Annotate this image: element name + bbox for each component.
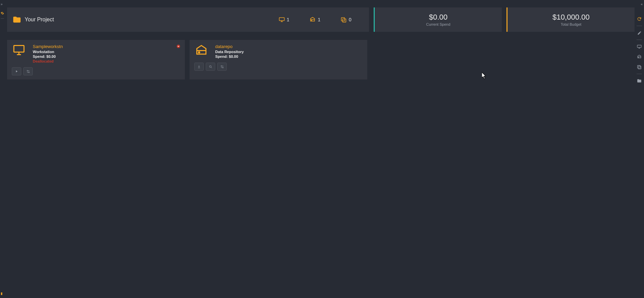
resource-cards: Sampleworkstn Workstation Spend: $0.00 D… [7,40,635,79]
expand-right-rail[interactable]: « [641,3,643,6]
workstation-settings-button[interactable] [23,67,33,75]
datarepo-card-body: datarepo Data Repository Spend: $0.00 [194,44,363,59]
project-title-panel: Your Project 1 1 0 [7,7,369,32]
datarepo-meta: datarepo Data Repository Spend: $0.00 [215,44,244,59]
storage-count: 1 [309,17,320,23]
workstation-type: Workstation [33,50,63,54]
datarepo-settings-button[interactable] [217,63,227,71]
svg-rect-6 [341,18,345,21]
datarepo-actions [194,63,363,71]
start-button[interactable] [12,67,21,75]
datarepo-card[interactable]: datarepo Data Repository Spend: $0.00 [190,40,367,79]
right-tool-rail: « [635,0,644,298]
svg-rect-2 [638,65,640,68]
download-button[interactable] [194,63,204,71]
project-title-text: Your Project [25,17,54,23]
svg-rect-0 [637,45,641,47]
add-server-button[interactable] [636,64,643,70]
svg-point-11 [198,52,200,53]
left-rail-separator [1,18,4,19]
project-title: Your Project [13,15,54,24]
server-count-value: 0 [349,17,351,22]
svg-point-10 [28,72,29,73]
svg-point-5 [312,20,312,21]
right-rail-sep-1 [637,26,642,26]
refresh-button[interactable] [636,16,643,22]
svg-point-12 [209,65,211,67]
browse-button[interactable] [206,63,215,71]
datarepo-type: Data Repository [215,50,244,54]
total-budget-label: Total Budget [561,22,581,26]
right-rail-sep-2 [637,40,642,40]
total-budget-panel: $10,000.00 Total Budget [506,7,635,32]
svg-point-1 [638,57,639,58]
datarepo-spend: Spend: $0.00 [215,54,244,59]
left-nav-collapsed: » ▮ [0,0,5,298]
svg-rect-7 [343,19,346,22]
add-storage-button[interactable] [636,53,643,60]
expand-left-nav[interactable]: » [1,3,3,6]
workstation-actions [12,67,180,75]
current-spend-panel: $0.00 Current Spend [374,7,502,32]
workstation-meta: Sampleworkstn Workstation Spend: $0.00 D… [33,44,63,63]
storage-count-value: 1 [318,17,320,22]
project-header: Your Project 1 1 0 $0.00 Cur [7,7,635,32]
workstation-status: Deallocated [33,59,63,63]
app-root: { "project": { "title": "Your Project", … [0,0,644,298]
deallocated-status-icon [177,45,180,48]
workstation-name[interactable]: Sampleworkstn [33,44,63,49]
workstation-card[interactable]: Sampleworkstn Workstation Spend: $0.00 D… [7,40,185,79]
datarepo-name[interactable]: datarepo [215,44,244,49]
svg-point-9 [27,70,28,71]
current-spend-value: $0.00 [429,13,447,22]
svg-rect-8 [14,46,24,52]
workstation-card-body: Sampleworkstn Workstation Spend: $0.00 D… [12,44,180,63]
svg-rect-3 [638,66,641,69]
svg-point-14 [222,67,223,68]
add-workstation-button[interactable] [636,43,643,50]
svg-rect-4 [279,18,284,21]
main-content: Your Project 1 1 0 $0.00 Cur [7,7,635,298]
folder-icon [13,15,21,24]
storage-icon [194,44,208,58]
settings-icon[interactable] [1,12,4,15]
svg-point-13 [221,65,222,66]
right-rail-sep-3 [637,74,642,74]
workstation-count-value: 1 [287,17,290,22]
resource-counts: 1 1 0 [279,17,364,23]
edit-button[interactable] [636,29,643,36]
workstation-spend: Spend: $0.00 [33,54,63,59]
left-rail-bottom-icon[interactable]: ▮ [1,292,3,295]
budget-panels: $0.00 Current Spend $10,000.00 Total Bud… [374,7,635,32]
current-spend-label: Current Spend [426,22,450,26]
folder-button[interactable] [636,77,643,84]
monitor-icon [12,44,26,58]
server-count: 0 [341,17,351,23]
total-budget-value: $10,000.00 [552,13,590,22]
workstation-count: 1 [279,17,290,23]
